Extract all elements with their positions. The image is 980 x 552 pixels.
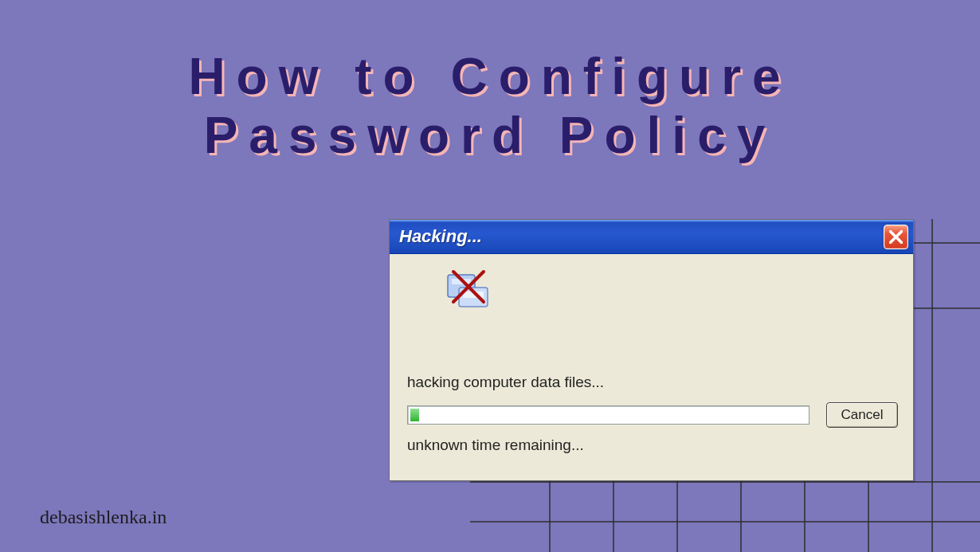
status-text: hacking computer data files... — [407, 374, 604, 391]
title-line-2: Password Policy — [204, 107, 777, 164]
file-copy-error-icon — [445, 265, 490, 310]
progress-bar — [407, 405, 809, 425]
time-remaining-text: unknown time remaining... — [407, 437, 584, 454]
watermark-text: debasishlenka.in — [40, 507, 167, 528]
dialog-body: hacking computer data files... Cancel un… — [390, 254, 913, 480]
hacking-dialog: Hacking... hacking computer data files..… — [389, 219, 914, 481]
progress-fill — [410, 409, 419, 421]
title-line-1: How to Configure — [188, 48, 791, 105]
cancel-button[interactable]: Cancel — [826, 402, 898, 428]
close-button[interactable] — [884, 225, 908, 249]
dialog-title: Hacking... — [399, 226, 884, 247]
close-icon — [889, 230, 903, 244]
dialog-titlebar[interactable]: Hacking... — [390, 220, 913, 254]
page-title: How to Configure Password Policy — [0, 48, 980, 165]
